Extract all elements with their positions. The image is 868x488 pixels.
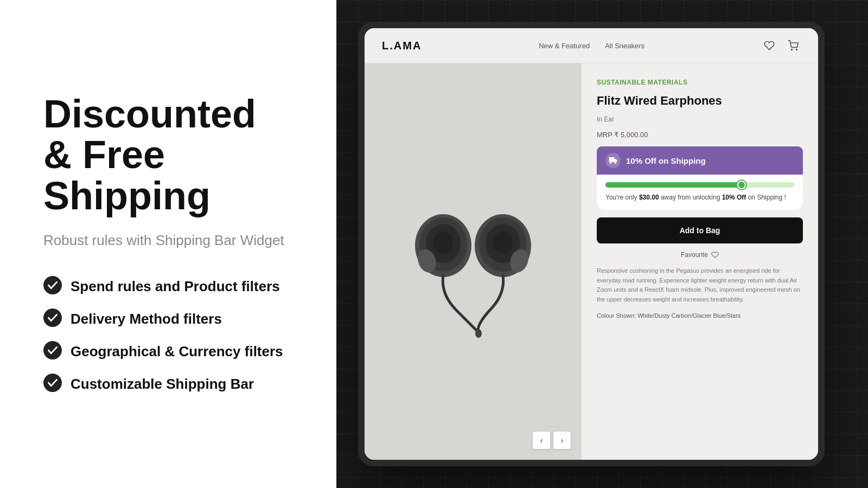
right-panel: L.AMA New & Featured All Sneakers — [336, 0, 868, 488]
message-discount: 10% Off — [722, 194, 746, 201]
feature-label-spend-rules: Spend rules and Product filters — [71, 278, 280, 295]
check-icon-delivery-method — [43, 309, 62, 329]
check-icon-shipping-bar — [43, 374, 62, 394]
prev-image-button[interactable]: ‹ — [533, 432, 550, 449]
nav-icons — [762, 38, 801, 53]
earphones-visual — [386, 175, 560, 349]
feature-item-geo-currency: Geographical & Currency filters — [43, 341, 293, 362]
message-pre: You're only — [605, 194, 639, 201]
svg-point-0 — [43, 276, 62, 294]
cart-icon[interactable] — [786, 38, 801, 53]
shipping-truck-icon — [605, 153, 621, 168]
image-nav-arrows: ‹ › — [533, 432, 571, 449]
feature-item-shipping-bar: Customizable Shipping Bar — [43, 374, 293, 394]
check-icon-spend-rules — [43, 276, 62, 297]
next-image-button[interactable]: › — [553, 432, 571, 449]
feature-list: Spend rules and Product filters Delivery… — [43, 276, 293, 394]
shipping-message: You're only $30.00 away from unlocking 1… — [605, 193, 794, 202]
message-amount: $30.00 — [639, 194, 659, 201]
product-description: Responsive cushioning in the Pegasus pro… — [597, 266, 803, 304]
favourite-button[interactable]: Favourite — [597, 251, 803, 259]
feature-label-delivery-method: Delivery Method filters — [71, 311, 222, 328]
store-nav: L.AMA New & Featured All Sneakers — [365, 28, 818, 63]
svg-point-18 — [615, 162, 616, 164]
left-panel: Discounted & Free Shipping Robust rules … — [0, 0, 336, 488]
svg-point-14 — [493, 232, 513, 253]
hero-subtitle: Robust rules with Shipping Bar Widget — [43, 232, 293, 250]
progress-bar-fill — [605, 182, 742, 188]
svg-point-16 — [475, 329, 482, 338]
store-nav-links: New & Featured All Sneakers — [539, 42, 644, 50]
svg-point-3 — [43, 374, 62, 392]
product-variant: In Ear — [597, 115, 803, 123]
tablet-screen: L.AMA New & Featured All Sneakers — [365, 28, 818, 460]
svg-point-2 — [43, 341, 62, 359]
svg-point-9 — [433, 232, 453, 253]
feature-label-shipping-bar: Customizable Shipping Bar — [71, 376, 254, 393]
feature-label-geo-currency: Geographical & Currency filters — [71, 343, 283, 360]
progress-bar — [605, 182, 794, 188]
hero-title: Discounted & Free Shipping — [43, 94, 293, 217]
tablet-frame: L.AMA New & Featured All Sneakers — [358, 22, 825, 466]
shipping-widget-header: 10% Off on Shipping — [597, 146, 803, 175]
shipping-widget-title: 10% Off on Shipping — [626, 156, 706, 165]
product-price: MRP ₹ 5,000.00 — [597, 131, 803, 139]
favourite-label: Favourite — [681, 251, 708, 259]
check-icon-geo-currency — [43, 341, 62, 362]
product-image-area: ‹ › — [365, 63, 582, 460]
product-name: Flitz Wired Earphones — [597, 94, 803, 108]
store-logo: L.AMA — [382, 40, 422, 52]
svg-point-5 — [796, 49, 797, 50]
product-colour: Colour Shown: White/Dusty Carbon/Glacier… — [597, 312, 803, 319]
product-details: Sustainable Materials Flitz Wired Earpho… — [582, 63, 818, 460]
svg-point-4 — [792, 49, 793, 50]
nav-link-sneakers[interactable]: All Sneakers — [605, 42, 644, 50]
feature-item-spend-rules: Spend rules and Product filters — [43, 276, 293, 297]
shipping-widget-body: You're only $30.00 away from unlocking 1… — [597, 175, 803, 210]
product-tag: Sustainable Materials — [597, 79, 803, 86]
message-post: on Shipping ! — [746, 194, 786, 201]
progress-bar-thumb — [737, 181, 746, 189]
nav-link-new[interactable]: New & Featured — [539, 42, 590, 50]
shipping-widget: 10% Off on Shipping You're only $30.00 a… — [597, 146, 803, 210]
add-to-bag-button[interactable]: Add to Bag — [597, 217, 803, 243]
store-content: ‹ › Sustainable Materials Flitz Wired Ea… — [365, 63, 818, 460]
feature-item-delivery-method: Delivery Method filters — [43, 309, 293, 329]
message-mid: away from unlocking — [659, 194, 722, 201]
svg-point-17 — [610, 162, 611, 164]
svg-point-1 — [43, 309, 62, 327]
wishlist-icon[interactable] — [762, 38, 777, 53]
